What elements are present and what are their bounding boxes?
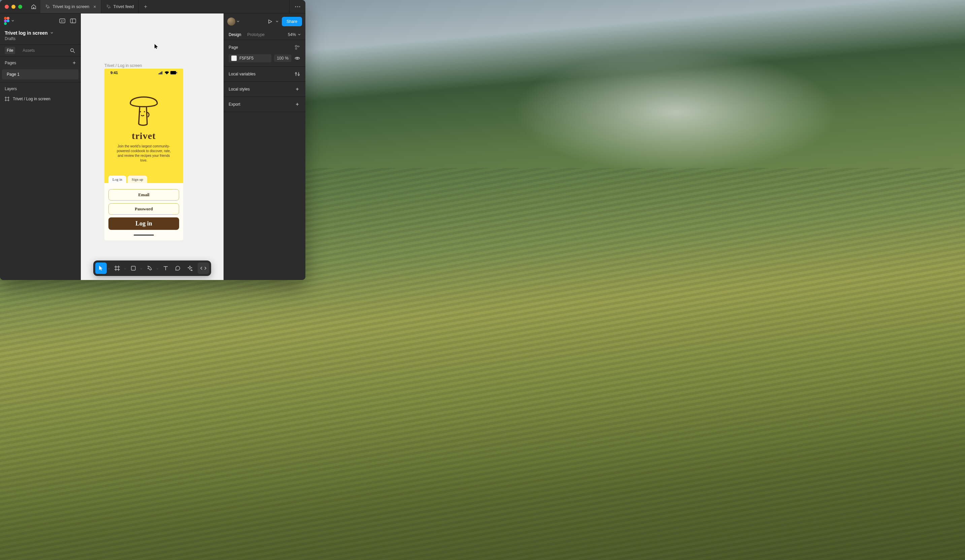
text-tool[interactable] bbox=[160, 263, 172, 274]
maximize-window-button[interactable] bbox=[18, 5, 22, 9]
status-icons bbox=[159, 71, 177, 74]
export-label: Export bbox=[229, 102, 240, 107]
add-page-button[interactable]: + bbox=[73, 60, 76, 66]
home-indicator bbox=[134, 235, 154, 235]
svg-point-25 bbox=[295, 73, 297, 74]
move-tool[interactable] bbox=[95, 263, 107, 274]
svg-point-7 bbox=[4, 22, 7, 25]
local-variables-section[interactable]: Local variables bbox=[224, 67, 306, 82]
shape-tool[interactable] bbox=[128, 263, 139, 274]
frame-tool-menu[interactable]: ⌵ bbox=[123, 267, 127, 270]
sparkle-icon bbox=[187, 266, 193, 271]
file-title-row[interactable]: Trivet log in screen bbox=[0, 28, 80, 36]
move-tool-menu[interactable]: ⌵ bbox=[107, 267, 111, 270]
zoom-value: 54% bbox=[288, 32, 296, 37]
minimize-window-button[interactable] bbox=[11, 5, 15, 9]
login-button[interactable]: Log in bbox=[108, 217, 179, 230]
pages-header[interactable]: Pages + bbox=[0, 57, 80, 69]
window-more-button[interactable] bbox=[289, 0, 306, 13]
tab-trivet-login[interactable]: Trivet log in screen × bbox=[41, 0, 101, 13]
add-export-button[interactable]: + bbox=[294, 101, 301, 108]
keyboard-icon: A? bbox=[59, 18, 65, 23]
local-styles-section[interactable]: Local styles + bbox=[224, 82, 306, 97]
share-button[interactable]: Share bbox=[282, 17, 302, 26]
search-icon bbox=[70, 48, 75, 53]
svg-point-20 bbox=[140, 111, 141, 113]
styles-button[interactable] bbox=[294, 44, 301, 51]
svg-rect-17 bbox=[162, 71, 162, 74]
frame-label[interactable]: Trivet / Log in screen bbox=[105, 63, 142, 68]
email-field[interactable]: Email bbox=[108, 189, 179, 201]
sliders-icon bbox=[295, 72, 300, 77]
figma-logo-icon bbox=[4, 17, 10, 25]
page-item[interactable]: Page 1 bbox=[2, 69, 79, 79]
zoom-control[interactable]: 54% bbox=[288, 32, 301, 37]
avatar bbox=[227, 18, 236, 26]
file-title: Trivet log in screen bbox=[5, 30, 48, 36]
variables-settings-button[interactable] bbox=[294, 71, 301, 77]
user-menu[interactable] bbox=[227, 18, 239, 26]
tab-trivet-feed[interactable]: Trivet feed bbox=[101, 0, 139, 13]
rectangle-icon bbox=[131, 266, 136, 271]
visibility-toggle[interactable] bbox=[294, 55, 301, 62]
page-section: Page F5F5F5 100 % bbox=[224, 40, 306, 67]
new-tab-button[interactable]: + bbox=[139, 0, 152, 13]
export-section[interactable]: Export + bbox=[224, 97, 306, 112]
frame-tool[interactable] bbox=[111, 263, 123, 274]
layer-name: Trivet / Log in screen bbox=[13, 96, 51, 101]
color-swatch bbox=[231, 56, 237, 61]
password-field[interactable]: Password bbox=[108, 203, 179, 215]
file-location[interactable]: Drafts bbox=[0, 36, 80, 44]
code-icon bbox=[200, 266, 207, 271]
layers-header: Layers bbox=[0, 82, 80, 94]
tab-prototype[interactable]: Prototype bbox=[247, 32, 264, 37]
home-button[interactable] bbox=[27, 0, 41, 13]
color-input[interactable]: F5F5F5 bbox=[229, 54, 272, 62]
phone-frame[interactable]: 9:41 trivet J bbox=[105, 69, 183, 240]
mushroom-logo-icon bbox=[124, 88, 164, 129]
svg-rect-16 bbox=[160, 72, 161, 74]
local-variables-label: Local variables bbox=[229, 72, 255, 77]
pen-tool[interactable] bbox=[144, 263, 155, 274]
figma-menu-button[interactable] bbox=[4, 17, 14, 25]
svg-point-6 bbox=[7, 20, 10, 22]
auth-tab-signup[interactable]: Sign up bbox=[128, 176, 147, 183]
present-button[interactable] bbox=[268, 19, 272, 24]
logo-area: trivet Join the world's largest communit… bbox=[105, 75, 183, 163]
add-style-button[interactable]: + bbox=[294, 86, 301, 93]
tab-assets[interactable]: Assets bbox=[21, 47, 37, 54]
battery-icon bbox=[170, 71, 177, 74]
tab-design[interactable]: Design bbox=[229, 32, 241, 37]
keyboard-shortcuts-button[interactable]: A? bbox=[59, 18, 65, 24]
tab-file[interactable]: File bbox=[5, 47, 15, 54]
left-panel-tabs: File Assets bbox=[0, 44, 80, 57]
toolbar: ⌵ ⌵ ⌵ ⌵ bbox=[93, 261, 211, 276]
svg-point-2 bbox=[299, 6, 300, 7]
present-menu[interactable] bbox=[276, 21, 278, 23]
opacity-input[interactable]: 100 % bbox=[274, 54, 291, 62]
right-panel: Share Design Prototype 54% Page bbox=[224, 13, 306, 280]
auth-tab-login[interactable]: Log in bbox=[108, 176, 126, 183]
close-window-button[interactable] bbox=[5, 5, 9, 9]
svg-text:A?: A? bbox=[61, 20, 64, 22]
close-tab-icon[interactable]: × bbox=[93, 4, 96, 10]
opacity-value: 100 bbox=[277, 56, 283, 60]
shape-tool-menu[interactable]: ⌵ bbox=[139, 267, 143, 270]
svg-point-5 bbox=[4, 20, 7, 22]
svg-rect-10 bbox=[70, 19, 76, 23]
styles-icon bbox=[295, 45, 300, 50]
chevron-down-icon bbox=[11, 20, 14, 22]
more-icon bbox=[295, 6, 300, 7]
titlebar: Trivet log in screen × Trivet feed + bbox=[0, 0, 306, 13]
comment-tool[interactable] bbox=[172, 263, 183, 274]
layer-item[interactable]: Trivet / Log in screen bbox=[0, 94, 80, 104]
toggle-panels-button[interactable] bbox=[70, 18, 77, 24]
devmode-toggle[interactable] bbox=[198, 263, 209, 274]
canvas[interactable]: Trivet / Log in screen 9:41 bbox=[81, 13, 224, 280]
signal-icon bbox=[159, 71, 163, 74]
pen-tool-menu[interactable]: ⌵ bbox=[155, 267, 159, 270]
search-button[interactable] bbox=[69, 47, 76, 54]
svg-line-13 bbox=[74, 52, 75, 53]
actions-tool[interactable] bbox=[184, 263, 196, 274]
panels-icon bbox=[70, 18, 76, 23]
